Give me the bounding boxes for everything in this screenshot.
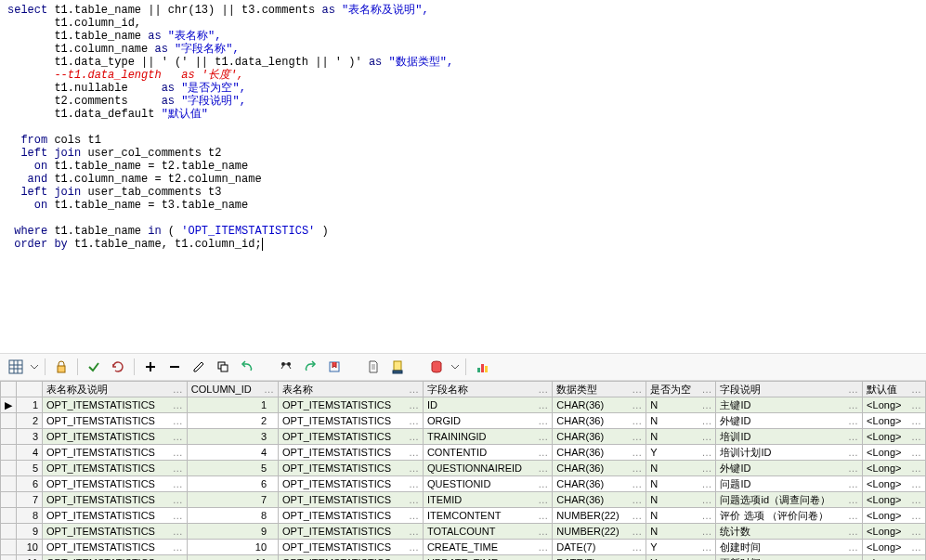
cell[interactable]: OPT_ITEMSTATISTICS… (43, 555, 188, 561)
lock-icon[interactable] (51, 357, 72, 377)
table-row[interactable]: 11OPT_ITEMSTATISTICS…11OPT_ITEMSTATISTIC… (1, 555, 926, 561)
cell[interactable]: ORGID… (423, 413, 552, 429)
cell[interactable]: ITEMCONTENT… (423, 508, 552, 524)
cell[interactable]: Y… (646, 445, 716, 461)
cell[interactable]: Y… (646, 555, 716, 561)
table-row[interactable]: 8OPT_ITEMSTATISTICS…8OPT_ITEMSTATISTICS…… (1, 508, 926, 524)
chart-icon[interactable] (472, 357, 492, 377)
results-grid[interactable]: 表名称及说明…COLUMN_ID…表名称…字段名称…数据类型…是否为空…字段说明… (0, 381, 926, 560)
cell[interactable]: OPT_ITEMSTATISTICS… (43, 508, 188, 524)
cell[interactable]: 统计数… (716, 524, 863, 540)
cell[interactable]: CHAR(36)… (553, 476, 646, 492)
cell[interactable]: QUESTIONID… (423, 476, 552, 492)
cell[interactable]: CHAR(36)… (553, 397, 646, 413)
cylinder-icon[interactable] (426, 357, 447, 377)
cell[interactable]: N… (646, 413, 716, 429)
cell[interactable]: 10 (187, 540, 278, 555)
cell[interactable]: OPT_ITEMSTATISTICS… (279, 555, 424, 561)
cell[interactable]: 问题ID… (716, 476, 863, 492)
cell[interactable]: CHAR(36)… (553, 413, 646, 429)
cell[interactable]: 问题选项id（调查问卷）… (716, 492, 863, 508)
cell[interactable]: NUMBER(22)… (553, 524, 646, 540)
cell[interactable]: OPT_ITEMSTATISTICS… (279, 492, 424, 508)
cell[interactable]: 8 (187, 508, 278, 524)
duplicate-icon[interactable] (213, 357, 233, 377)
cell[interactable]: 9 (187, 524, 278, 540)
table-row[interactable]: 9OPT_ITEMSTATISTICS…9OPT_ITEMSTATISTICS…… (1, 524, 926, 540)
undo-icon[interactable] (237, 357, 257, 377)
cell[interactable]: OPT_ITEMSTATISTICS… (279, 508, 424, 524)
table-row[interactable]: 10OPT_ITEMSTATISTICS…10OPT_ITEMSTATISTIC… (1, 540, 926, 555)
column-header[interactable] (1, 382, 17, 397)
cell[interactable]: N… (646, 524, 716, 540)
cell[interactable]: OPT_ITEMSTATISTICS… (43, 429, 188, 445)
column-header[interactable]: 表名称… (279, 382, 424, 397)
table-row[interactable]: 6OPT_ITEMSTATISTICS…6OPT_ITEMSTATISTICS…… (1, 476, 926, 492)
column-header[interactable]: COLUMN_ID… (187, 382, 278, 397)
cell[interactable]: <Long>… (863, 508, 926, 524)
cell[interactable]: CHAR(36)… (553, 492, 646, 508)
edit-icon[interactable] (189, 357, 209, 377)
cell[interactable]: <Long>… (863, 476, 926, 492)
cell[interactable]: <Long>… (863, 429, 926, 445)
cell[interactable]: OPT_ITEMSTATISTICS… (279, 461, 424, 476)
table-row[interactable]: ▶1OPT_ITEMSTATISTICS…1OPT_ITEMSTATISTICS… (1, 397, 926, 413)
cell[interactable]: CREATE_TIME… (423, 540, 552, 555)
table-row[interactable]: 5OPT_ITEMSTATISTICS…5OPT_ITEMSTATISTICS…… (1, 461, 926, 476)
cell[interactable]: 11 (187, 555, 278, 561)
redo-icon[interactable] (300, 357, 320, 377)
cell[interactable]: OPT_ITEMSTATISTICS… (43, 476, 188, 492)
cell[interactable]: Y… (646, 540, 716, 555)
cell[interactable]: 3 (187, 429, 278, 445)
cell[interactable]: 培训ID… (716, 429, 863, 445)
cell[interactable]: ID… (423, 397, 552, 413)
minus-icon[interactable] (164, 357, 185, 377)
cell[interactable]: UPDATE_TIME… (423, 555, 552, 561)
cell[interactable]: OPT_ITEMSTATISTICS… (43, 413, 188, 429)
cell[interactable]: N… (646, 492, 716, 508)
refresh-icon[interactable] (108, 357, 128, 377)
cell[interactable]: <Long>… (863, 555, 926, 561)
cell[interactable]: 评价 选项 （评价问卷）… (716, 508, 863, 524)
cell[interactable]: <Long>… (863, 461, 926, 476)
plus-icon[interactable] (140, 357, 161, 377)
cell[interactable]: OPT_ITEMSTATISTICS… (43, 524, 188, 540)
cell[interactable]: OPT_ITEMSTATISTICS… (279, 524, 424, 540)
cell[interactable]: <Long>… (863, 445, 926, 461)
cell[interactable]: <Long>… (863, 492, 926, 508)
cell[interactable]: ITEMID… (423, 492, 552, 508)
cell[interactable]: QUESTIONNAIREID… (423, 461, 552, 476)
cell[interactable]: N… (646, 429, 716, 445)
cell[interactable]: 外键ID… (716, 413, 863, 429)
export-icon[interactable] (387, 357, 408, 377)
cell[interactable]: 创建时间… (716, 540, 863, 555)
cell[interactable]: <Long>… (863, 524, 926, 540)
cell[interactable]: CHAR(36)… (553, 445, 646, 461)
find-icon[interactable] (276, 357, 296, 377)
table-row[interactable]: 4OPT_ITEMSTATISTICS…4OPT_ITEMSTATISTICS…… (1, 445, 926, 461)
cell[interactable]: 5 (187, 461, 278, 476)
cell[interactable]: 主键ID… (716, 397, 863, 413)
cell[interactable]: <Long>… (863, 397, 926, 413)
cell[interactable]: OPT_ITEMSTATISTICS… (43, 492, 188, 508)
cell[interactable]: OPT_ITEMSTATISTICS… (279, 413, 424, 429)
sql-editor[interactable]: select t1.table_name || chr(13) || t3.co… (0, 0, 926, 353)
cell[interactable]: DATE(7)… (553, 555, 646, 561)
column-header[interactable] (17, 382, 43, 397)
grid-icon[interactable] (6, 357, 26, 377)
table-row[interactable]: 3OPT_ITEMSTATISTICS…3OPT_ITEMSTATISTICS…… (1, 429, 926, 445)
column-header[interactable]: 字段说明… (716, 382, 863, 397)
column-header[interactable]: 是否为空… (646, 382, 716, 397)
commit-icon[interactable] (84, 357, 104, 377)
cell[interactable]: N… (646, 508, 716, 524)
cell[interactable]: TRAININGID… (423, 429, 552, 445)
column-header[interactable]: 默认值… (863, 382, 926, 397)
cell[interactable]: OPT_ITEMSTATISTICS… (43, 397, 188, 413)
column-header[interactable]: 字段名称… (423, 382, 552, 397)
cell[interactable]: DATE(7)… (553, 540, 646, 555)
cell[interactable]: NUMBER(22)… (553, 508, 646, 524)
cell[interactable]: CHAR(36)… (553, 461, 646, 476)
cell[interactable]: <Long>… (863, 540, 926, 555)
cell[interactable]: N… (646, 461, 716, 476)
cell[interactable]: 6 (187, 476, 278, 492)
